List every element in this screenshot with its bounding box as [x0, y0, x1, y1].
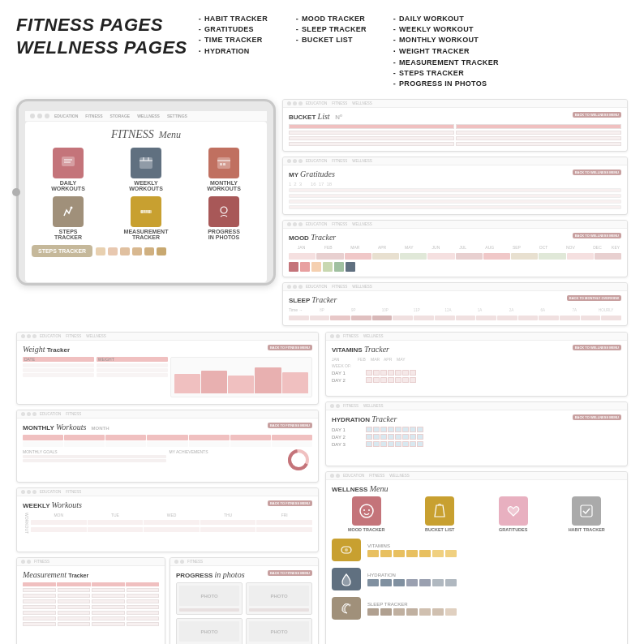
- bucket-back-btn[interactable]: BACK TO WELLNESS MENU: [573, 112, 621, 118]
- mood-months: JAN FEB MAR APR MAY JUN JUL AUG SEP OCT …: [289, 245, 621, 250]
- feature-sleep-tracker: - SLEEP TRACKER: [296, 25, 385, 33]
- ipad-menu-grid: DAILYWORKOUTS WEEKLYWORKOUTS: [32, 148, 260, 240]
- vitamins-tracker-page: FITNESS WELLNESS BACK TO WELLNESS MENU V…: [325, 332, 628, 397]
- wellness-menu-page: EDUCATION FITNESS WELLNESS WELLNESS Menu: [325, 471, 628, 644]
- steps-dots: [96, 247, 166, 255]
- wellness-sleep-row: SLEEP TRACKER: [332, 595, 621, 621]
- wellness-hydration-row: HYDRATION: [332, 566, 621, 592]
- feature-weekly-workout: - WEEKLY WORKOUT: [393, 25, 499, 33]
- monthly-back-btn[interactable]: BACK TO FITNESS MENU: [268, 423, 312, 428]
- mood-content: BACK TO WELLNESS MENU MOOD Tracker JAN F…: [283, 229, 627, 277]
- menu-icon-monthly: [208, 148, 239, 178]
- feature-daily-workout: - DAILY WORKOUT: [393, 15, 499, 23]
- mood-nav: EDUCATION FITNESS WELLNESS: [283, 221, 627, 229]
- feature-weight-tracker: · WEIGHT TRACKER: [393, 46, 499, 56]
- vitamins-back-btn[interactable]: BACK TO WELLNESS MENU: [573, 345, 621, 350]
- bucket-title: BUCKET List Nº: [289, 112, 621, 121]
- middle-section: EDUCATION FITNESS WELLNESS BACK TO FITNE…: [16, 332, 628, 644]
- menu-icon-progress: [208, 196, 239, 227]
- feature-habit-tracker: - HABIT TRACKER: [199, 15, 288, 23]
- svg-point-11: [71, 207, 73, 209]
- content-area: EDUCATION FITNESS STORAGE WELLNESS SETTI…: [16, 99, 628, 644]
- sleep-tracker-page: EDUCATION FITNESS WELLNESS BACK TO MONTH…: [282, 282, 628, 326]
- ipad-nav-bar: EDUCATION FITNESS STORAGE WELLNESS SETTI…: [25, 111, 267, 122]
- photos-grid: PHOTO PHOTO PHOTO: [176, 582, 312, 644]
- menu-item-daily: DAILYWORKOUTS: [32, 148, 105, 191]
- svg-point-25: [345, 548, 348, 552]
- nav-dot-1: [30, 114, 35, 118]
- svg-point-26: [349, 604, 351, 607]
- nav-dot-2: [37, 114, 42, 118]
- sleep-grid: [289, 316, 621, 320]
- wellness-icon-bucket: BUCKET LIST: [406, 496, 475, 532]
- monthly-workouts-page: EDUCATION FITNESS BACK TO FITNESS MENU M…: [16, 410, 319, 483]
- mood-back-btn[interactable]: BACK TO WELLNESS MENU: [573, 233, 621, 238]
- svg-rect-10: [223, 163, 225, 165]
- menu-item-steps: STEPSTRACKER: [32, 196, 105, 240]
- sleep-back-btn[interactable]: BACK TO MONTHLY OVERVIEW: [567, 295, 621, 301]
- feature-hydration: · HYDRATION: [199, 46, 288, 56]
- svg-point-20: [360, 504, 373, 517]
- right-col-pages: FITNESS WELLNESS BACK TO WELLNESS MENU V…: [325, 332, 628, 644]
- steps-tracker-bar: STEPS TRACKER: [32, 245, 260, 257]
- progress-photos-page: FITNESS BACK TO FITNESS MENU PROGRESS in…: [170, 557, 319, 644]
- menu-icon-weekly: [131, 148, 161, 178]
- mood-tracker-page: EDUCATION FITNESS WELLNESS BACK TO WELLN…: [282, 220, 628, 277]
- main-container: FITNESS PAGES WELLNESS PAGES - HABIT TRA…: [0, 0, 644, 644]
- svg-point-21: [363, 509, 365, 511]
- feature-steps-tracker: - STEPS TRACKER: [393, 69, 499, 77]
- feature-monthly-workout: - MONTHLY WORKOUT: [393, 36, 499, 44]
- svg-rect-0: [62, 157, 75, 166]
- features-grid: - HABIT TRACKER - GRATITUDES - TIME TRAC…: [199, 15, 499, 88]
- menu-item-measurement: MEASUREMENTTRACKER: [109, 196, 182, 240]
- menu-item-monthly: MONTHLYWORKOUTS: [187, 148, 260, 191]
- sleep-content: BACK TO MONTHLY OVERVIEW SLEEP Tracker T…: [283, 291, 627, 325]
- ipad-screen: FITNESS Menu DAILYWORKOUTS: [25, 122, 267, 282]
- wellness-vitamins-row: VITAMINS: [332, 537, 621, 563]
- feature-bucket-list: - BUCKET LIST: [296, 36, 385, 44]
- steps-box-label: STEPS TRACKER: [32, 245, 92, 257]
- gratitudes-content: BACK TO WELLNESS MENU MY Gratitudes 1 2 …: [283, 165, 627, 214]
- features-col-1: - HABIT TRACKER - GRATITUDES - TIME TRAC…: [199, 15, 288, 88]
- mood-title: MOOD Tracker: [289, 233, 621, 242]
- features-col-3: - DAILY WORKOUT - WEEKLY WORKOUT - MONTH…: [393, 15, 499, 88]
- svg-point-17: [221, 207, 227, 213]
- donut-chart: [286, 448, 311, 472]
- weekly-back-btn[interactable]: BACK TO FITNESS MENU: [268, 500, 312, 506]
- hydration-back-btn[interactable]: BACK TO WELLNESS MENU: [573, 414, 621, 420]
- wellness-icon-mood: MOOD TRACKER: [332, 496, 401, 532]
- gratitudes-back-btn[interactable]: BACK TO WELLNESS MENU: [573, 170, 621, 175]
- ipad-mockup: EDUCATION FITNESS STORAGE WELLNESS SETTI…: [16, 99, 276, 286]
- weight-back-btn[interactable]: BACK TO FITNESS MENU: [268, 345, 312, 350]
- feature-gratitudes: - GRATITUDES: [199, 25, 288, 33]
- gratitudes-nav: EDUCATION FITNESS WELLNESS: [283, 157, 627, 165]
- gratitudes-title: MY Gratitudes: [289, 170, 621, 178]
- mood-grid: [289, 253, 621, 260]
- measurement-title: Measurement Tracker: [23, 570, 159, 579]
- feature-measurement-tracker: - MEASUREMENT TRACKER: [393, 58, 499, 67]
- wellness-menu-title: WELLNESS Menu: [332, 484, 621, 493]
- menu-icon-steps: [53, 196, 84, 227]
- weekly-workouts-page: EDUCATION FITNESS BACK TO FITNESS MENU W…: [16, 487, 319, 552]
- nav-dot-3: [45, 114, 49, 118]
- fitness-title: FITNESS PAGES: [16, 15, 187, 36]
- features-col-2: - MOOD TRACKER - SLEEP TRACKER - BUCKET …: [296, 15, 385, 88]
- svg-point-22: [368, 509, 370, 511]
- progress-back-btn[interactable]: BACK TO FITNESS MENU: [268, 570, 312, 576]
- measurement-tracker-page: FITNESS Measurement Tracker: [16, 557, 165, 644]
- mood-key-colors: [289, 262, 621, 272]
- svg-rect-3: [140, 157, 152, 169]
- menu-icon-daily: [53, 148, 84, 178]
- bucket-nav: EDUCATION FITNESS WELLNESS: [283, 100, 627, 108]
- monthly-calendar: [23, 435, 312, 447]
- wellness-icon-habit: HABIT TRACKER: [552, 496, 622, 532]
- bucket-list-page: EDUCATION FITNESS WELLNESS BACK TO WELLN…: [282, 99, 628, 152]
- bucket-content: BACK TO WELLNESS MENU BUCKET List Nº: [283, 108, 627, 151]
- weight-chart: [170, 357, 313, 397]
- weight-tracker-page: EDUCATION FITNESS WELLNESS BACK TO FITNE…: [16, 332, 319, 405]
- wellness-icon-gratitudes: GRATITUDES: [479, 496, 548, 532]
- gratitudes-page: EDUCATION FITNESS WELLNESS BACK TO WELLN…: [282, 157, 628, 215]
- sleep-nav: EDUCATION FITNESS WELLNESS: [283, 283, 627, 291]
- ipad-home-button: [12, 188, 20, 196]
- gratitude-rows: [289, 188, 621, 209]
